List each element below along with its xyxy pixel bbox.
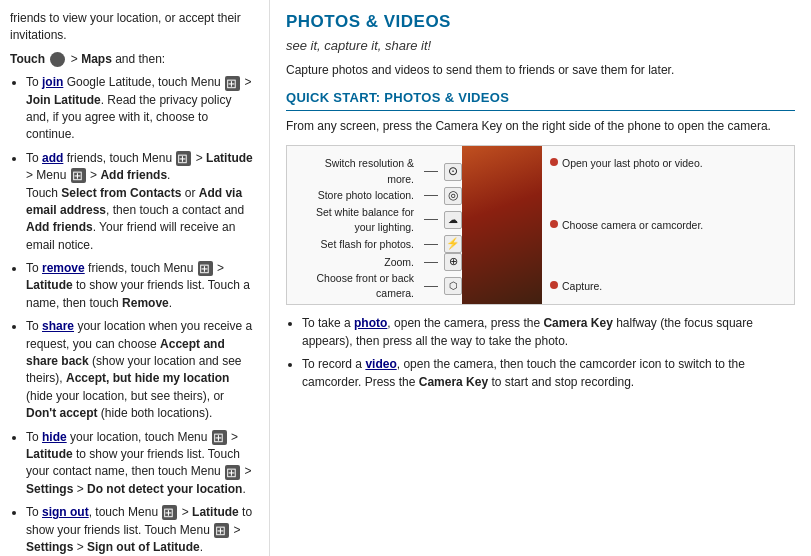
camera-label-zoom: Zoom. ⊕: [295, 253, 462, 271]
zoom-icon: ⊕: [444, 253, 462, 271]
dash-6: [424, 286, 438, 287]
label-last-photo-text: Open your last photo or video.: [562, 156, 703, 171]
video-bullet: To record a video, open the camera, then…: [302, 356, 795, 391]
section-title: PHOTOS & VIDEOS: [286, 10, 795, 35]
section-header: PHOTOS & VIDEOS see it, capture it, shar…: [286, 10, 795, 79]
remove-keyword: remove: [42, 261, 85, 275]
menu-icon-3: [71, 168, 86, 183]
menu-icon-2: [176, 151, 191, 166]
camera-label-flash: Set flash for photos. ⚡: [295, 235, 462, 253]
video-keyword: video: [365, 357, 396, 371]
label-capture-text: Capture.: [562, 279, 602, 294]
menu-icon-6: [225, 465, 240, 480]
dash-1: [424, 171, 438, 172]
add-bullet: To add friends, touch Menu > Latitude > …: [26, 150, 255, 254]
camera-label-resolution: Switch resolution & more. ⊙: [295, 156, 462, 186]
camera-label-frontback: Choose front or back camera. ⬡: [295, 271, 462, 301]
label-wb-text: Set white balance for your lighting.: [295, 205, 418, 235]
camera-label-last-photo: Open your last photo or video.: [550, 156, 788, 171]
section-body: Capture photos and videos to send them t…: [286, 61, 795, 79]
section-subtitle: see it, capture it, share it!: [286, 37, 795, 56]
label-camcorder-text: Choose camera or camcorder.: [562, 218, 703, 233]
photo-bullet: To take a photo, open the camera, press …: [302, 315, 795, 350]
camera-demo: Switch resolution & more. ⊙ Store photo …: [286, 145, 795, 305]
subsection-title: QUICK START: PHOTOS & VIDEOS: [286, 89, 795, 111]
frontback-icon: ⬡: [444, 277, 462, 295]
hide-bullet: To hide your location, touch Menu > Lati…: [26, 429, 255, 499]
bullet-capture: [550, 281, 558, 289]
location-icon: ◎: [444, 187, 462, 205]
camera-photo-area: [462, 146, 542, 304]
photo-keyword: photo: [354, 316, 387, 330]
dash-5: [424, 262, 438, 263]
join-keyword: join: [42, 75, 63, 89]
join-bullet: To join Google Latitude, touch Menu > Jo…: [26, 74, 255, 144]
label-resolution-text: Switch resolution & more.: [295, 156, 418, 186]
dash-3: [424, 219, 438, 220]
bullet-last-photo: [550, 158, 558, 166]
dash-2: [424, 195, 438, 196]
touch-word: Touch: [10, 52, 45, 66]
whitebalance-icon: ☁: [444, 211, 462, 229]
share-keyword: share: [42, 319, 74, 333]
left-column: friends to view your location, or accept…: [0, 0, 270, 556]
camera-labels-left: Switch resolution & more. ⊙ Store photo …: [287, 146, 462, 304]
camera-label-whitebalance: Set white balance for your lighting. ☁: [295, 205, 462, 235]
photo-video-bullets: To take a photo, open the camera, press …: [286, 315, 795, 391]
resolution-icon: ⊙: [444, 163, 462, 181]
intro-text: friends to view your location, or accept…: [10, 10, 255, 45]
label-flash-text: Set flash for photos.: [295, 237, 418, 252]
menu-icon-8: [214, 523, 229, 538]
add-sub-text: Touch Select from Contacts or Add via em…: [26, 186, 244, 252]
add-keyword: add: [42, 151, 63, 165]
menu-icon-1: [225, 76, 240, 91]
menu-icon-7: [162, 505, 177, 520]
remove-bullet: To remove friends, touch Menu > Latitude…: [26, 260, 255, 312]
menu-icon-5: [212, 430, 227, 445]
camera-label-camcorder: Choose camera or camcorder.: [550, 218, 788, 233]
flash-icon: ⚡: [444, 235, 462, 253]
camera-preview-image: [462, 146, 542, 304]
label-frontback-text: Choose front or back camera.: [295, 271, 418, 301]
label-location-text: Store photo location.: [295, 188, 418, 203]
share-bullet: To share your location when you receive …: [26, 318, 255, 422]
home-icon: [50, 52, 65, 67]
camera-label-capture: Capture.: [550, 279, 788, 294]
latitude-bullets: To join Google Latitude, touch Menu > Jo…: [10, 74, 255, 556]
camera-label-location: Store photo location. ◎: [295, 187, 462, 205]
bullet-camcorder: [550, 220, 558, 228]
touch-maps-line: Touch > Maps and then:: [10, 51, 255, 68]
hide-keyword: hide: [42, 430, 67, 444]
right-column: PHOTOS & VIDEOS see it, capture it, shar…: [270, 0, 811, 556]
menu-icon-4: [198, 261, 213, 276]
signout-bullet: To sign out, touch Menu > Latitude to sh…: [26, 504, 255, 556]
signout-keyword: sign out: [42, 505, 89, 519]
subsection-body: From any screen, press the Camera Key on…: [286, 117, 795, 135]
camera-labels-right: Open your last photo or video. Choose ca…: [542, 146, 794, 304]
dash-4: [424, 244, 438, 245]
label-zoom-text: Zoom.: [295, 255, 418, 270]
